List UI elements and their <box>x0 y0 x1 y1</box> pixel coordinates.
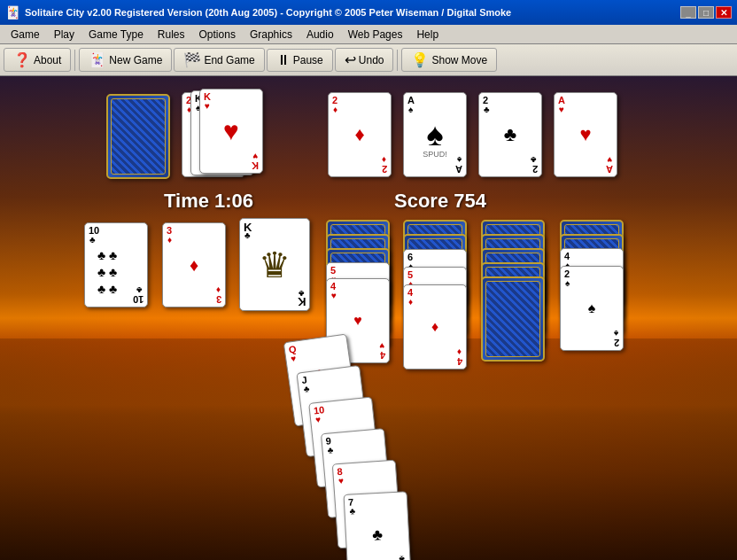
menu-play[interactable]: Play <box>47 27 81 43</box>
pause-icon: ⏸ <box>276 52 291 68</box>
stock-pile[interactable] <box>106 94 170 179</box>
foundation-3[interactable]: 2 ♣ ♣ 2 ♣ <box>478 92 542 177</box>
app-icon: 🃏 <box>5 5 20 19</box>
menu-game[interactable]: Game <box>4 27 47 43</box>
menu-rules[interactable]: Rules <box>151 27 192 43</box>
new-game-icon: 🃏 <box>89 51 106 68</box>
menu-webpages[interactable]: Web Pages <box>341 27 410 43</box>
toolbar: ❓ About 🃏 New Game 🏁 End Game ⏸ Pause ↩ … <box>0 44 737 76</box>
cascade-7[interactable]: 7 ♣ ♣ 7 ♣ <box>344 491 412 560</box>
menu-gametype[interactable]: Game Type <box>81 27 151 43</box>
separator-2 <box>397 50 398 71</box>
foundation-4[interactable]: A ♥ ♥ A ♥ <box>554 92 617 177</box>
maximize-button[interactable]: □ <box>698 6 714 19</box>
foundation-2[interactable]: A ♠ ♠ SPUD! A ♠ <box>403 92 467 177</box>
menu-audio[interactable]: Audio <box>299 27 341 43</box>
new-game-button[interactable]: 🃏 New Game <box>79 48 172 72</box>
tableau-7-2s[interactable]: 2 ♠ ♠ 2 ♠ <box>560 266 624 351</box>
separator-1 <box>74 50 75 71</box>
titlebar-controls: _ □ ✕ <box>680 6 732 19</box>
tableau-3[interactable]: K ♣ ♛ K ♣ <box>239 218 310 311</box>
menu-options[interactable]: Options <box>192 27 243 43</box>
undo-button[interactable]: ↩ Undo <box>335 48 394 72</box>
titlebar: 🃏 Solitaire City v2.00 Registered Versio… <box>0 0 737 25</box>
show-move-button[interactable]: 💡 Show Move <box>401 48 497 72</box>
about-icon: ❓ <box>13 51 31 68</box>
about-button[interactable]: ❓ About <box>4 48 71 72</box>
end-game-button[interactable]: 🏁 End Game <box>174 48 264 72</box>
tableau-5-4d[interactable]: 4 ♦ ♦ 4 ♦ <box>403 284 467 369</box>
end-game-icon: 🏁 <box>183 51 201 68</box>
show-move-icon: 💡 <box>411 51 429 68</box>
tableau-6-back-5[interactable] <box>481 276 545 362</box>
game-area[interactable]: 2 ♦ ♦ 2 ♦ K ♠ 👑 K ♠ K ♥ ♥ K ♥ 2 ♦ ♦ 2 ♦ … <box>0 76 737 560</box>
foundation-1[interactable]: 2 ♦ ♦ 2 ♦ <box>328 92 392 177</box>
tableau-2[interactable]: 3 ♦ ♦ 3 ♦ <box>162 222 226 307</box>
tableau-1[interactable]: 10 ♣ ♣ ♣ ♣ ♣ ♣ ♣ 10 ♣ <box>84 222 148 307</box>
minimize-button[interactable]: _ <box>680 6 696 19</box>
pause-button[interactable]: ⏸ Pause <box>267 49 333 72</box>
titlebar-title: Solitaire City v2.00 Registered Version … <box>25 7 511 18</box>
menu-help[interactable]: Help <box>409 27 446 43</box>
undo-icon: ↩ <box>345 51 356 68</box>
close-button[interactable]: ✕ <box>716 6 732 19</box>
menubar: Game Play Game Type Rules Options Graphi… <box>0 25 737 44</box>
menu-graphics[interactable]: Graphics <box>243 27 299 43</box>
waste-top[interactable]: K ♥ ♥ K ♥ <box>199 89 263 174</box>
